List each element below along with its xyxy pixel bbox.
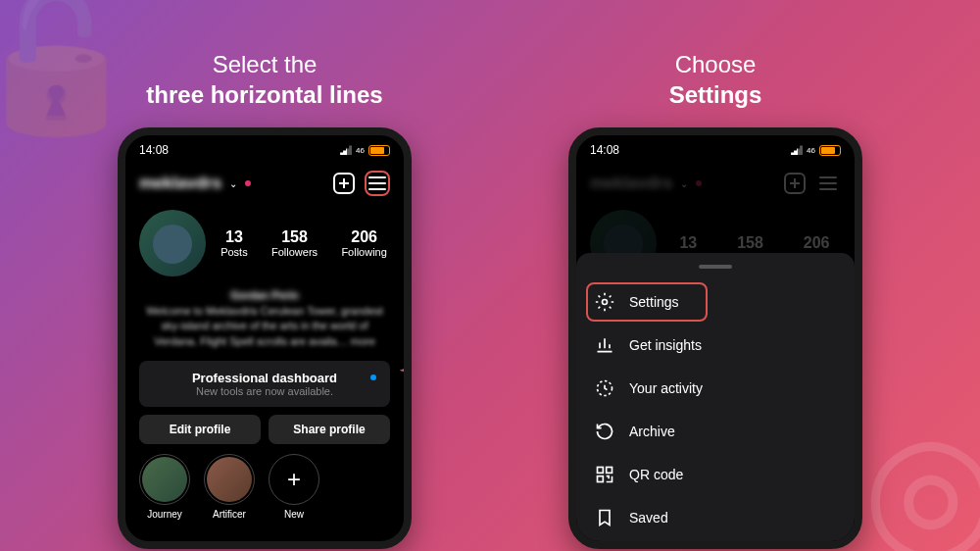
profile-stats-row: 13 Posts 158 Followers 206 Following [125,202,404,284]
story-highlights: Journey Artificer + New [125,444,404,529]
hamburger-icon [367,175,388,192]
bottom-sheet: Settings Get insights Your activity Arch… [576,253,855,541]
clock: 14:08 [590,143,619,157]
signal-icon [791,145,803,155]
clock: 14:08 [139,143,169,157]
dash-title: Professional dashboard [151,371,378,385]
followers-stat[interactable]: 158 Followers [271,228,318,258]
chevron-down-icon: ⌄ [680,178,688,189]
chevron-down-icon[interactable]: ⌄ [229,178,237,189]
bio-text: Welcome to Meklavdris Cerulean Tower, gr… [139,304,390,349]
menu-label: Get insights [629,337,702,353]
create-button [782,171,808,196]
caption-line2: three horizontal lines [146,81,382,108]
plus-icon: + [271,457,317,502]
menu-label: Archive [629,424,675,439]
menu-collectibles[interactable]: Digital collectibles [576,539,855,549]
battery-icon [819,145,841,156]
lte-icon: 46 [807,146,815,155]
menu-button[interactable] [365,171,390,196]
svg-rect-4 [598,476,604,482]
qr-icon [594,464,615,485]
statusbar: 14:08 46 [125,135,404,165]
dash-subtitle: New tools are now available. [151,385,378,397]
caption-line2: Settings [669,81,762,108]
menu-qr[interactable]: QR code [576,453,855,496]
plus-box-icon [784,173,806,194]
notification-dot [245,180,251,186]
gear-icon [594,291,615,313]
status-icons: 46 [791,145,841,156]
signal-icon [340,145,352,155]
posts-stat[interactable]: 13 Posts [220,228,248,258]
menu-activity[interactable]: Your activity [576,367,855,410]
plus-box-icon [333,173,355,194]
following-stat[interactable]: 206 Following [341,228,386,258]
bookmark-icon [594,507,615,528]
chart-icon [594,334,615,356]
notification-dot [696,180,702,186]
caption-line1: Choose [675,51,757,77]
status-icons: 46 [340,145,390,156]
menu-label: QR code [629,467,683,482]
profile-header: meklavdrs ⌄ [125,165,404,202]
edit-profile-button[interactable]: Edit profile [139,415,261,444]
right-caption: Choose Settings [519,49,911,110]
left-panel: Select the three horizontal lines 14:08 … [69,49,461,549]
phone-left: 14:08 46 meklavdrs ⌄ 13 Posts [118,127,412,549]
activity-icon [594,377,615,399]
username[interactable]: meklavdrs [139,174,221,193]
display-name: Gordan Perin [139,288,390,303]
sheet-handle[interactable] [699,265,732,269]
menu-button [815,171,841,196]
statusbar: 14:08 46 [576,135,855,165]
menu-label: Your activity [629,380,703,396]
phone-right: 14:08 46 meklavdrs ⌄ 13 158 206 [568,127,862,549]
avatar[interactable] [139,210,206,276]
caption-line1: Select the [213,51,318,77]
create-button[interactable] [331,171,357,196]
hamburger-icon [817,175,839,192]
svg-point-0 [603,300,608,305]
pro-dashboard-card[interactable]: Professional dashboard New tools are now… [139,361,390,407]
menu-saved[interactable]: Saved [576,496,855,539]
story-journey[interactable]: Journey [139,454,190,520]
menu-label: Saved [629,510,668,526]
right-panel: Choose Settings 14:08 46 meklavdrs ⌄ 13 … [519,49,911,549]
archive-icon [594,421,615,442]
bio: Gordan Perin Welcome to Meklavdris Cerul… [125,284,404,353]
left-caption: Select the three horizontal lines [69,49,461,110]
username: meklavdrs [590,174,672,193]
menu-archive[interactable]: Archive [576,410,855,453]
profile-header: meklavdrs ⌄ [576,165,855,202]
story-artificer[interactable]: Artificer [204,454,255,520]
lte-icon: 46 [356,146,365,155]
story-new[interactable]: + New [269,454,319,520]
share-profile-button[interactable]: Share profile [269,415,390,444]
svg-rect-3 [607,468,612,474]
svg-rect-2 [598,468,604,474]
menu-label: Settings [629,294,679,310]
blue-dot-icon [370,375,376,380]
menu-insights[interactable]: Get insights [576,324,855,367]
menu-settings[interactable]: Settings [576,280,855,324]
battery-icon [368,145,390,156]
